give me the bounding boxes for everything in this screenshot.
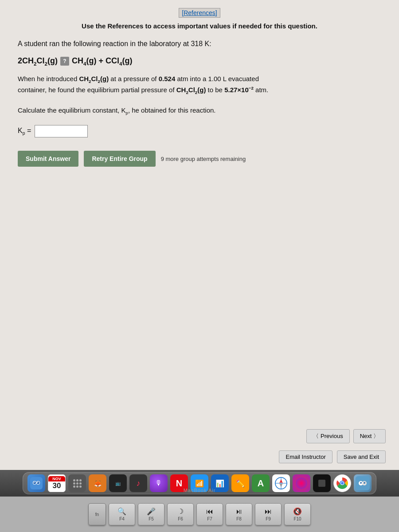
- dock-launchpad[interactable]: [68, 474, 86, 492]
- kp-row: Kp =: [18, 125, 381, 137]
- dock-orange-app[interactable]: 🦊: [89, 474, 106, 492]
- calendar-month: NOV: [48, 476, 65, 481]
- next-button[interactable]: Next: [353, 429, 386, 443]
- question-intro: A student ran the following reaction in …: [18, 39, 381, 49]
- attempts-text: 9 more group attempts remaining: [161, 156, 246, 162]
- dock-letter-a-app[interactable]: A: [252, 474, 270, 492]
- calculate-text: Calculate the equilibrium constant, Kp, …: [18, 105, 381, 117]
- body-pressure-unit: atm into a 1.00 L evacuated: [175, 75, 259, 82]
- svg-rect-17: [318, 480, 325, 487]
- wifi-icon: 📶: [195, 479, 204, 488]
- body-line2-start: container, he found the equilibrium part…: [18, 86, 176, 94]
- svg-text:🦊: 🦊: [94, 480, 102, 488]
- kp-input[interactable]: [35, 125, 88, 137]
- keyboard-row: fn 🔍 F4 🎤 F5 ☽ F6 ⏮ F7 ⏯ F8 ⏭ F9 🔇 F10: [0, 497, 399, 532]
- key-f9[interactable]: ⏭ F9: [255, 503, 282, 525]
- svg-point-4: [37, 481, 39, 484]
- body-line2-unit: atm.: [254, 86, 268, 94]
- key-f6-icon: ☽: [177, 507, 184, 516]
- dock-podcast[interactable]: 🎙: [150, 474, 168, 492]
- key-f4[interactable]: 🔍 F4: [109, 503, 135, 525]
- key-f4-label: F4: [119, 516, 125, 521]
- previous-button[interactable]: Previous: [306, 429, 349, 443]
- pressure-value: 0.524: [159, 75, 176, 82]
- key-f10-icon: 🔇: [293, 507, 302, 516]
- kp-label: Kp =: [18, 127, 31, 136]
- use-references-text: Use the References to access important v…: [18, 22, 381, 30]
- key-f7-label: F7: [207, 516, 212, 521]
- reaction-line: 2CH2Cl2(g) ? CH4(g) + CCl4(g): [18, 56, 381, 66]
- dock-safari[interactable]: [272, 474, 290, 492]
- key-f5-label: F5: [149, 516, 154, 521]
- key-f5-icon: 🎤: [147, 507, 156, 516]
- submit-button[interactable]: Submit Answer: [18, 151, 78, 167]
- svg-point-5: [34, 482, 35, 483]
- key-f10[interactable]: 🔇 F10: [284, 503, 311, 525]
- music-icon: ♪: [137, 479, 141, 488]
- dock-tv[interactable]: 📺: [109, 474, 127, 492]
- email-instructor-button[interactable]: Email Instructor: [279, 450, 332, 463]
- ch2cl2-eq-ref: CH2Cl2(g): [176, 86, 206, 94]
- question-body: When he introduced CH2Cl2(g) at a pressu…: [18, 74, 381, 96]
- dock-black-app[interactable]: [313, 474, 331, 492]
- key-f10-label: F10: [293, 516, 301, 521]
- netflix-label: N: [176, 478, 182, 489]
- body-pressure-intro: at a pressure of: [109, 75, 159, 82]
- key-f9-label: F9: [266, 516, 271, 521]
- key-f8-label: F8: [236, 516, 242, 521]
- button-row: Submit Answer Retry Entire Group 9 more …: [18, 151, 381, 167]
- macbook-label: MacBook Air: [184, 488, 216, 493]
- key-f9-icon: ⏭: [265, 508, 272, 516]
- key-f6-label: F6: [178, 516, 183, 521]
- key-f7-icon: ⏮: [206, 508, 213, 516]
- key-fn[interactable]: fn: [88, 503, 106, 525]
- dock-finder[interactable]: [27, 474, 45, 492]
- key-fn-label: fn: [95, 512, 99, 517]
- previous-label: Previous: [321, 433, 343, 439]
- chevron-right-icon: [373, 433, 379, 439]
- letter-a-label: A: [258, 478, 264, 489]
- svg-point-28: [364, 482, 364, 482]
- key-f8-icon: ⏯: [235, 508, 243, 516]
- eq-pressure-value: 5.27×10−2: [224, 86, 254, 94]
- references-link[interactable]: [References]: [179, 8, 220, 18]
- save-exit-button[interactable]: Save and Exit: [337, 450, 386, 463]
- nav-row: Previous Next: [306, 429, 386, 443]
- dock-music[interactable]: ♪: [129, 474, 147, 492]
- taskbar: NOV 30 🦊 📺 ♪ 🎙 N 📶: [0, 470, 399, 497]
- main-content: [References] Use the References to acces…: [0, 0, 399, 470]
- ch2cl2-ref: CH2Cl2(g): [79, 75, 109, 82]
- dock-edit-app[interactable]: ✏️: [231, 474, 249, 492]
- bottom-action-row: Email Instructor Save and Exit: [279, 450, 386, 463]
- podcast-icon: 🎙: [155, 479, 162, 487]
- key-f5[interactable]: 🎤 F5: [138, 503, 164, 525]
- retry-button[interactable]: Retry Entire Group: [84, 151, 155, 167]
- svg-point-21: [341, 482, 344, 485]
- body-intro: When he introduced: [18, 75, 79, 82]
- chevron-left-icon: [313, 433, 319, 439]
- body-line2-end: to be: [206, 86, 224, 94]
- pencil-icon: ✏️: [236, 479, 245, 488]
- svg-point-15: [296, 477, 307, 489]
- svg-point-27: [360, 482, 360, 482]
- chart-icon: 📊: [215, 479, 224, 488]
- reaction-help-icon[interactable]: ?: [60, 57, 69, 66]
- references-bar: [References]: [18, 9, 381, 17]
- reaction-products: CH4(g) + CCl4(g): [72, 56, 133, 66]
- svg-point-6: [37, 482, 38, 483]
- tv-label: 📺: [115, 481, 121, 486]
- key-f6[interactable]: ☽ F6: [167, 503, 194, 525]
- dock-calendar[interactable]: NOV 30: [48, 474, 66, 492]
- calendar-day: 30: [53, 481, 61, 490]
- next-label: Next: [360, 433, 372, 439]
- svg-point-3: [33, 481, 36, 484]
- key-f4-icon: 🔍: [117, 507, 126, 516]
- dock-circle-app[interactable]: [293, 474, 310, 492]
- reaction-text: 2CH2Cl2(g): [18, 56, 58, 66]
- dock-chrome[interactable]: [333, 474, 351, 492]
- key-f8[interactable]: ⏯ F8: [226, 503, 252, 525]
- dock-finder2[interactable]: [354, 474, 372, 492]
- svg-rect-0: [30, 477, 43, 489]
- key-f7[interactable]: ⏮ F7: [196, 503, 223, 525]
